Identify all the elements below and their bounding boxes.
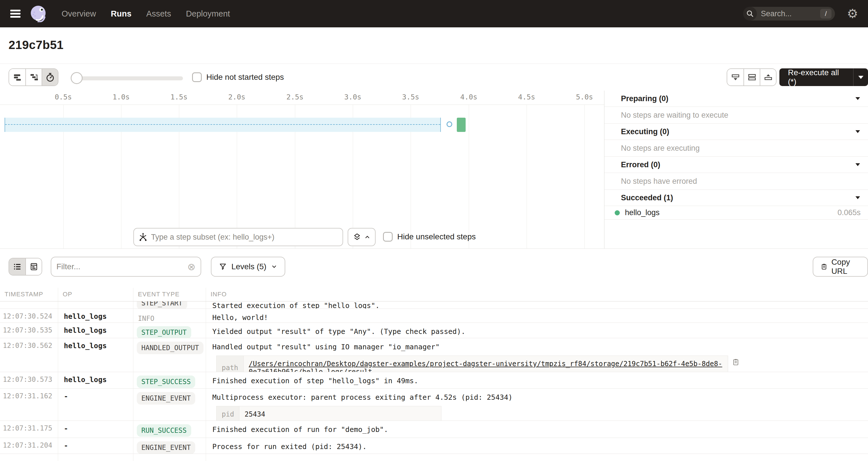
gear-icon[interactable]: ⚙ [847, 6, 858, 21]
section-preparing[interactable]: Preparing (0) [604, 91, 868, 107]
log-row[interactable]: 12:07:30.562 hello_logs HANDLED_OUTPUT H… [0, 338, 868, 372]
nav-item-assets[interactable]: Assets [146, 9, 171, 19]
log-info-text: Hello, world! [206, 309, 868, 322]
chevron-down-icon [856, 130, 860, 133]
nav-links: Overview Runs Assets Deployment [62, 9, 230, 19]
step-status-dot-icon [615, 210, 620, 215]
hide-not-started-label: Hide not started steps [206, 73, 284, 82]
reexecute-all-button-group: Re-execute all (*) [779, 68, 868, 86]
metadata-label: pid [217, 406, 239, 421]
list-view-icon[interactable] [9, 258, 25, 275]
nav-item-runs[interactable]: Runs [111, 9, 132, 19]
global-search[interactable]: / [743, 7, 835, 21]
log-row[interactable]: 12:07:31.175 - RUN_SUCCESS Finished exec… [0, 421, 868, 438]
clear-filter-icon[interactable]: ⊗ [187, 261, 196, 272]
reexecute-all-button[interactable]: Re-execute all (*) [779, 68, 853, 86]
waterfall-view-icon[interactable] [25, 69, 41, 86]
log-timestamp: 12:07:31.204 [0, 438, 58, 454]
log-info-text: Finished execution of step "hello_logs" … [206, 372, 868, 388]
event-type-pill: STEP_SUCCESS [137, 375, 195, 388]
section-title: Preparing (0) [621, 94, 669, 103]
step-subset-input-wrap [133, 228, 343, 246]
metadata-label: path [217, 356, 244, 372]
log-info-text: Handled output "result" using IO manager… [212, 343, 440, 351]
section-succeeded[interactable]: Succeeded (1) [604, 190, 868, 206]
step-status-panel: Preparing (0) No steps are waiting to ex… [604, 91, 868, 248]
axis-tick: 4.0s [460, 93, 477, 101]
expand-bottom-panel-icon[interactable] [760, 69, 776, 86]
section-executing[interactable]: Executing (0) [604, 124, 868, 140]
event-type-text: INFO [137, 312, 156, 322]
log-row[interactable]: STEP_START Started execution of step "he… [0, 302, 868, 309]
col-header-timestamp: TIMESTAMP [0, 288, 58, 301]
section-executing-empty: No steps are executing [604, 140, 868, 157]
top-nav: Overview Runs Assets Deployment / ⚙ [0, 0, 868, 27]
op-selector-icon [138, 233, 148, 242]
log-timestamp: 12:07:30.573 [0, 372, 58, 388]
path-link[interactable]: /Users/erincochran/Desktop/dagster-examp… [249, 360, 723, 372]
log-info-text: Finished execution of run for "demo_job"… [206, 421, 868, 438]
hide-unselected-checkbox[interactable] [383, 232, 393, 242]
dagster-logo[interactable] [30, 5, 47, 22]
nav-item-overview[interactable]: Overview [62, 9, 96, 19]
zoom-slider-handle[interactable] [71, 72, 83, 84]
event-type-pill: RUN_SUCCESS [137, 424, 191, 437]
collapse-bottom-panel-icon[interactable] [727, 69, 743, 86]
search-input[interactable] [761, 9, 809, 18]
step-list-item-hello-logs[interactable]: hello_logs 0.065s [604, 206, 868, 220]
metadata-value: 25434 [239, 406, 441, 421]
log-toolbar: ⊗ Levels (5) Copy URL [0, 248, 868, 288]
gridline [527, 105, 527, 248]
log-timestamp: 12:07:30.562 [0, 338, 58, 372]
gantt-view-mode-group [8, 68, 58, 86]
axis-tick: 2.5s [286, 93, 304, 101]
event-type-pill: ENGINE_EVENT [137, 392, 195, 405]
log-row[interactable]: 12:07:30.573 hello_logs STEP_SUCCESS Fin… [0, 372, 868, 389]
clipboard-icon [821, 263, 827, 271]
log-timestamp: 12:07:30.524 [0, 309, 58, 322]
split-panels-icon[interactable] [743, 69, 760, 86]
log-row[interactable]: 12:07:30.535 hello_logs STEP_OUTPUT Yiel… [0, 323, 868, 338]
log-row-empty [0, 454, 868, 461]
log-timestamp: 12:07:30.535 [0, 323, 58, 338]
gantt-step-bar-hello-logs[interactable] [457, 118, 466, 132]
axis-tick: 4.5s [518, 93, 535, 101]
log-timestamp: 12:07:31.175 [0, 421, 58, 438]
gantt-chart: 0.5s 1.0s 1.5s 2.0s 2.5s 3.0s 3.5s 4.0s … [0, 91, 604, 248]
chevron-down-icon [856, 97, 860, 100]
section-errored-empty: No steps have errored [604, 173, 868, 190]
gantt-toolbar: Hide not started steps Re-execute all (*… [0, 64, 868, 91]
zoom-slider[interactable] [72, 76, 183, 80]
copy-url-button[interactable]: Copy URL [813, 257, 868, 277]
copy-url-label: Copy URL [831, 257, 860, 276]
log-row[interactable]: 12:07:30.524 hello_logs INFO Hello, worl… [0, 309, 868, 323]
step-name: hello_logs [625, 208, 660, 217]
log-info-text: Yielded output "result" of type "Any". (… [206, 323, 868, 338]
funnel-icon [219, 263, 227, 271]
step-duration: 0.065s [838, 208, 861, 217]
graph-query-options-button[interactable] [348, 228, 376, 246]
log-filter-input[interactable] [56, 262, 187, 271]
log-op: hello_logs [58, 323, 133, 338]
chevron-down-icon [856, 163, 860, 166]
levels-filter-button[interactable]: Levels (5) [211, 257, 285, 277]
log-row[interactable]: 12:07:31.162 - ENGINE_EVENT Multiprocess… [0, 389, 868, 421]
hamburger-menu-icon[interactable] [10, 10, 21, 18]
log-row[interactable]: 12:07:31.204 - ENGINE_EVENT Process for … [0, 438, 868, 454]
log-table-header: TIMESTAMP OP EVENT TYPE INFO [0, 288, 868, 302]
section-errored[interactable]: Errored (0) [604, 157, 868, 173]
event-type-pill: STEP_START [137, 302, 187, 309]
chevron-up-icon [364, 234, 370, 240]
step-start-marker [446, 121, 452, 127]
reexecute-options-dropdown[interactable] [853, 68, 868, 86]
structured-view-icon[interactable] [25, 258, 41, 275]
copy-path-icon[interactable] [732, 359, 740, 366]
nav-item-deployment[interactable]: Deployment [186, 9, 230, 19]
flat-view-icon[interactable] [9, 69, 25, 86]
col-header-info: INFO [206, 288, 868, 301]
log-op: hello_logs [58, 309, 133, 322]
step-subset-input[interactable] [151, 233, 338, 242]
timing-view-icon[interactable] [41, 69, 58, 86]
hide-not-started-checkbox[interactable] [192, 72, 202, 82]
search-icon [743, 7, 757, 21]
